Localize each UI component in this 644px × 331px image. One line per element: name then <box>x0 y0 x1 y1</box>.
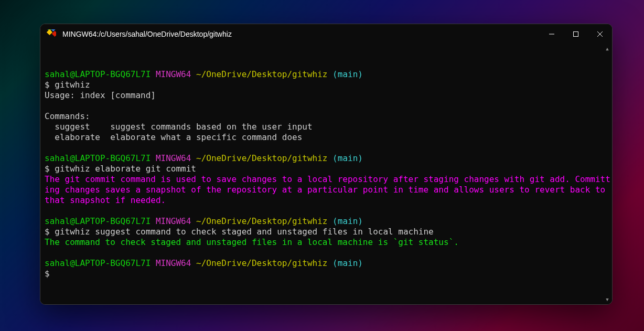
suggest-output: The command to check staged and unstaged… <box>45 237 459 247</box>
prompt-env: MINGW64 <box>156 258 191 268</box>
prompt-userhost: sahal@LAPTOP-BGQ67L7I <box>45 216 151 226</box>
prompt-userhost: sahal@LAPTOP-BGQ67L7I <box>45 153 151 163</box>
prompt-env: MINGW64 <box>156 69 191 79</box>
command-3: gitwhiz suggest command to check staged … <box>55 227 433 237</box>
git-bash-icon <box>47 29 56 39</box>
prompt-path: ~/OneDrive/Desktop/gitwhiz <box>196 69 327 79</box>
usage-line: Usage: index [command] <box>45 90 156 100</box>
scrollbar[interactable]: ▲ ▼ <box>604 44 611 304</box>
elaborate-name: elaborate <box>45 132 105 142</box>
close-button[interactable] <box>588 24 612 44</box>
prompt-branch: (main) <box>332 216 363 226</box>
maximize-button[interactable] <box>564 24 588 44</box>
elaborate-desc: elaborate what a specific command does <box>105 132 303 142</box>
command-2: gitwhiz elaborate git commit <box>55 164 196 174</box>
prompt-symbol: $ <box>45 80 50 90</box>
suggest-name: suggest <box>45 122 105 132</box>
prompt-userhost: sahal@LAPTOP-BGQ67L7I <box>45 69 151 79</box>
command-1: gitwhiz <box>55 80 90 90</box>
prompt-symbol: $ <box>45 164 50 174</box>
scroll-up-icon[interactable]: ▲ <box>604 45 611 52</box>
prompt-userhost: sahal@LAPTOP-BGQ67L7I <box>45 258 151 268</box>
prompt-line: sahal@LAPTOP-BGQ67L7I MINGW64 ~/OneDrive… <box>45 153 363 163</box>
minimize-button[interactable] <box>540 24 564 44</box>
elaborate-output: The git commit command is used to save c… <box>45 174 610 205</box>
svg-rect-3 <box>47 29 52 35</box>
prompt-line: sahal@LAPTOP-BGQ67L7I MINGW64 ~/OneDrive… <box>45 216 363 226</box>
prompt-path: ~/OneDrive/Desktop/gitwhiz <box>196 216 327 226</box>
terminal-content: sahal@LAPTOP-BGQ67L7I MINGW64 ~/OneDrive… <box>45 69 612 279</box>
terminal-window: MINGW64:/c/Users/sahal/OneDrive/Desktop/… <box>40 24 613 305</box>
titlebar[interactable]: MINGW64:/c/Users/sahal/OneDrive/Desktop/… <box>40 24 612 44</box>
prompt-symbol: $ <box>45 269 50 279</box>
suggest-desc: suggest commands based on the user input <box>105 122 313 132</box>
terminal-body[interactable]: sahal@LAPTOP-BGQ67L7I MINGW64 ~/OneDrive… <box>40 44 612 304</box>
prompt-env: MINGW64 <box>156 153 191 163</box>
prompt-env: MINGW64 <box>156 216 191 226</box>
scroll-down-icon[interactable]: ▼ <box>604 296 611 303</box>
svg-rect-0 <box>52 31 56 37</box>
prompt-path: ~/OneDrive/Desktop/gitwhiz <box>196 258 327 268</box>
prompt-line: sahal@LAPTOP-BGQ67L7I MINGW64 ~/OneDrive… <box>45 258 363 268</box>
prompt-branch: (main) <box>332 69 363 79</box>
window-title: MINGW64:/c/Users/sahal/OneDrive/Desktop/… <box>62 30 232 38</box>
prompt-symbol: $ <box>45 227 50 237</box>
prompt-branch: (main) <box>332 153 363 163</box>
window-controls <box>540 24 612 44</box>
commands-label: Commands: <box>45 111 90 121</box>
prompt-branch: (main) <box>332 258 363 268</box>
prompt-line: sahal@LAPTOP-BGQ67L7I MINGW64 ~/OneDrive… <box>45 69 363 79</box>
prompt-path: ~/OneDrive/Desktop/gitwhiz <box>196 153 327 163</box>
svg-rect-5 <box>574 32 578 37</box>
